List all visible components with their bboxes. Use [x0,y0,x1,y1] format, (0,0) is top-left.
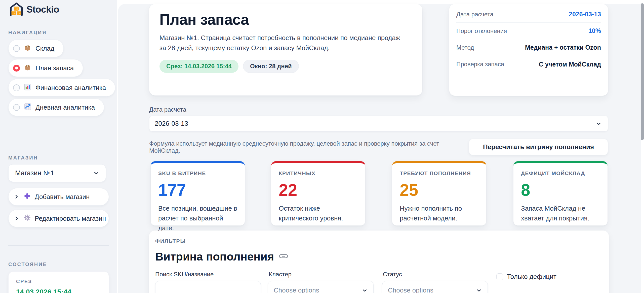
status-label: Статус [383,271,402,278]
info-row: Метод Медиана + остатки Ozon [456,39,601,56]
edit-store-button[interactable]: Редактировать магазин [8,210,109,227]
add-store-button[interactable]: Добавить магазин [8,188,109,206]
state-section-label: СОСТОЯНИЕ [8,262,109,267]
nav-item-finansovaya-analitika[interactable]: Финансовая аналитика [8,79,115,96]
info-label: Проверка запаса [456,61,504,68]
chevron-down-icon [596,121,602,127]
stat-card-critical: КРИТИЧНЫХ 22 Остаток ниже критического у… [271,161,365,225]
page-header-card: План запаса Магазин №1. Страница считает… [149,4,422,95]
stat-label: SKU В ВИТРИНЕ [158,170,238,176]
page-description: Магазин №1. Страница считает потребность… [159,33,404,53]
slice-badge: Срез: 14.03.2026 15:44 [159,60,238,73]
deficit-only-toggle[interactable]: Только дефицит [496,273,556,281]
stat-label: КРИТИЧНЫХ [279,170,358,176]
date-select[interactable]: 2026-03-13 [149,116,608,132]
stat-description: Остаток ниже критического уровня. [279,204,358,223]
nav-item-plan-zapasa[interactable]: План запаса [8,59,83,77]
sidebar-divider [8,245,109,246]
stat-value: 177 [158,180,238,200]
chevron-down-icon [93,170,100,176]
filters-card: ФИЛЬТРЫ Витрина пополнения Поиск SKU/наз… [149,231,609,293]
brand-logo: Stockio [8,2,109,18]
info-value: С учетом МойСклад [539,61,601,68]
stat-description: Все позиции, вошедшие в расчет по выбран… [158,204,238,233]
radio-unchecked-icon [13,84,20,91]
package-icon [24,63,31,73]
nav-section-label: НАВИГАЦИЯ [8,30,109,36]
add-store-label: Добавить магазин [35,193,90,201]
info-row: Порог отклонения 10% [456,23,601,39]
stat-value: 22 [279,180,358,200]
nav-item-sklad[interactable]: Склад [8,40,64,57]
package-icon [24,44,31,53]
checkbox-unchecked-icon [496,273,503,280]
stat-card-sku: SKU В ВИТРИНЕ 177 Все позиции, вошедшие … [151,161,245,225]
stat-label: ТРЕБУЮТ ПОПОЛНЕНИЯ [400,170,479,176]
nav-item-label: Дневная аналитика [35,104,95,111]
sidebar: Stockio НАВИГАЦИЯ Склад План запаса [0,0,117,293]
search-label: Поиск SKU/название [155,271,214,278]
info-row: Дата расчета 2026-03-13 [456,6,601,23]
cluster-label: Кластер [269,271,292,278]
vertical-scrollbar-thumb[interactable] [641,3,644,140]
stat-label: ДЕФИЦИТ МОЙСКЛАД [521,170,600,176]
showcase-title: Витрина пополнения [155,250,274,263]
edit-store-label: Редактировать магазин [35,215,106,222]
gear-icon [24,214,31,223]
plus-icon [24,192,31,201]
chevron-right-icon [14,215,20,221]
formula-note: Формула использует медианную среднесуточ… [149,140,451,154]
cluster-select-placeholder: Choose options [274,286,319,293]
info-value: 10% [588,27,601,35]
link-icon[interactable] [279,254,288,260]
nav-item-dnevnaya-analitika[interactable]: Дневная аналитика [8,99,104,116]
deficit-only-label: Только дефицит [507,273,556,281]
stat-description: Запаса МойСклад не хватает для покрытия. [521,204,600,223]
search-input[interactable] [155,281,261,293]
header-badges: Срез: 14.03.2026 15:44 Окно: 28 дней [159,60,407,73]
store-select-value: Магазин №1 [15,169,54,177]
nav-item-label: Склад [35,45,54,52]
filters-section-label: ФИЛЬТРЫ [155,238,603,244]
radio-checked-icon [13,65,20,72]
page-title: План запаса [159,11,407,28]
info-label: Порог отклонения [456,27,507,35]
date-select-value: 2026-03-13 [155,120,188,127]
store-select[interactable]: Магазин №1 [8,164,106,182]
info-label: Метод [456,44,474,51]
nav-list: Склад План запаса Финансовая аналитика [8,40,109,118]
slice-datetime: 14.03.2026 15:44 [16,288,109,293]
calc-info-card: Дата расчета 2026-03-13 Порог отклонения… [449,4,608,96]
store-section-label: МАГАЗИН [8,155,109,161]
radio-unchecked-icon [13,104,20,111]
brand-name: Stockio [26,4,59,15]
chevron-right-icon [14,194,20,200]
slice-label: СРЕЗ [16,279,109,284]
window-badge: Окно: 28 дней [243,60,299,73]
line-chart-icon [24,103,31,112]
stat-value: 8 [521,180,600,200]
status-select-placeholder: Choose options [388,286,433,293]
status-select[interactable]: Choose options [382,281,488,293]
nav-item-label: Финансовая аналитика [35,84,106,92]
bar-chart-icon [24,83,31,92]
recalculate-button[interactable]: Пересчитать витрину пополнения [469,139,608,155]
nav-item-label: План запаса [35,64,74,72]
stat-description: Нужно пополнить по расчетной модели. [400,204,479,223]
warehouse-logo-icon [8,2,24,18]
info-value: Медиана + остатки Ozon [525,44,601,51]
stat-value: 25 [400,180,479,200]
date-select-label: Дата расчета [149,106,186,113]
sidebar-divider [8,140,109,140]
chevron-down-icon [476,287,482,293]
info-label: Дата расчета [456,11,493,18]
info-row: Проверка запаса С учетом МойСклад [456,56,601,73]
radio-unchecked-icon [13,45,20,52]
info-value: 2026-03-13 [569,11,601,18]
search-input-wrap [155,281,261,293]
app-window: Stockio НАВИГАЦИЯ Склад План запаса [0,0,644,293]
cluster-select[interactable]: Choose options [268,281,374,293]
stat-card-deficit: ДЕФИЦИТ МОЙСКЛАД 8 Запаса МойСклад не хв… [513,161,608,225]
state-card: СРЕЗ 14.03.2026 15:44 Данные актуальны [8,271,109,293]
chevron-down-icon [362,287,368,293]
